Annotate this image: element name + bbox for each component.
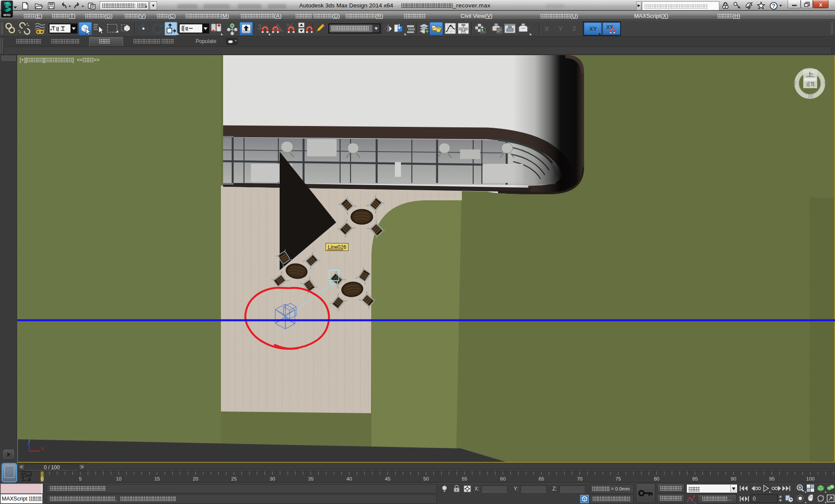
svg-text:90: 90 <box>731 476 736 481</box>
svg-text:70: 70 <box>577 476 583 481</box>
svg-text:15: 15 <box>154 476 160 481</box>
svg-text:40: 40 <box>347 476 352 481</box>
svg-text:Y: Y <box>558 25 563 32</box>
svg-text:55: 55 <box>462 476 468 481</box>
svg-text:60: 60 <box>500 476 506 481</box>
svg-text:Z: Z <box>572 25 576 32</box>
svg-text:75: 75 <box>615 476 621 481</box>
svg-text:3: 3 <box>257 23 261 31</box>
svg-text:85: 85 <box>692 476 698 481</box>
svg-text:X: X <box>544 25 549 32</box>
svg-text:50: 50 <box>423 476 429 481</box>
svg-text:?: ? <box>772 3 775 9</box>
svg-text:XY: XY <box>606 24 613 30</box>
svg-text:25: 25 <box>231 476 237 481</box>
svg-text:100: 100 <box>806 476 815 481</box>
svg-text:0: 0 <box>753 496 756 502</box>
svg-text:20: 20 <box>193 476 198 481</box>
svg-text:5: 5 <box>79 476 81 481</box>
svg-text:Line026: Line026 <box>328 244 347 250</box>
svg-text:30: 30 <box>270 476 275 481</box>
svg-text:0: 0 <box>41 476 43 481</box>
svg-text:XY: XY <box>589 26 597 32</box>
svg-text:65: 65 <box>538 476 544 481</box>
svg-text:95: 95 <box>769 476 775 481</box>
svg-text:45: 45 <box>385 476 391 481</box>
svg-text:80: 80 <box>654 476 659 481</box>
svg-text:y: y <box>29 436 31 441</box>
svg-text:10: 10 <box>116 476 122 481</box>
svg-text:35: 35 <box>308 476 314 481</box>
svg-text:z: z <box>27 441 30 446</box>
svg-text:X: X <box>41 446 44 451</box>
